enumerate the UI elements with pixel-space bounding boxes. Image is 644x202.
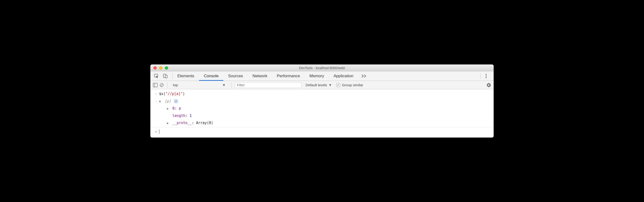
tab-application[interactable]: Application [329,71,358,81]
panel-tabbar: Elements Console Sources Network Perform… [150,71,494,81]
text-cursor [159,130,159,134]
object-key: 0 [172,106,174,111]
group-similar-checkbox[interactable]: ✓ Group similar [336,83,363,87]
expand-arrow-icon[interactable]: ▶ [167,106,170,111]
svg-point-3 [486,74,486,75]
console-prompt-row[interactable]: › [150,127,494,138]
inspect-element-icon[interactable] [154,73,159,79]
console-sidebar-toggle-icon[interactable] [153,83,158,87]
filter-input[interactable] [235,82,301,88]
console-toolbar: top ▼ Default levels ▼ ✓ Group similar [150,81,494,89]
console-tree-row[interactable]: ▶ 0: p [150,105,494,112]
tab-console[interactable]: Console [199,71,223,81]
devtools-window: DevTools - localhost:8080/web/ Elements … [150,64,494,138]
tab-sources[interactable]: Sources [223,71,248,81]
log-level-label: Default levels [306,83,327,87]
window-title: DevTools - localhost:8080/web/ [150,66,494,70]
settings-menu-icon[interactable] [482,74,490,78]
info-icon[interactable]: i [174,99,178,103]
object-value: Array(0) [196,121,213,125]
expand-arrow-icon[interactable]: ▼ [159,99,162,104]
result-summary: [p] [164,99,171,103]
svg-point-5 [486,77,486,78]
console-body: › $x("//p[a]") ‹ ▼ [p] i ▶ 0: p [150,89,494,137]
console-input-echo: $x("//p[a]") [158,91,490,97]
separator [167,82,168,88]
tab-performance[interactable]: Performance [272,71,305,81]
tabbar-left-icons [154,73,173,79]
object-value: 1 [190,114,192,118]
input-indicator-icon: › [154,91,158,97]
log-level-select[interactable]: Default levels ▼ [303,83,334,87]
object-value: p [179,106,181,111]
code-token-string: "//p[a]" [166,92,183,96]
device-toolbar-icon[interactable] [163,73,168,79]
chevron-down-icon: ▼ [222,83,226,87]
console-tree-row[interactable]: length: 1 [150,112,494,120]
tab-memory[interactable]: Memory [305,71,329,81]
context-select[interactable]: top ▼ [171,82,228,88]
group-similar-label: Group similar [342,83,363,87]
separator [231,82,232,88]
tab-network[interactable]: Network [248,71,272,81]
prompt-indicator-icon: › [154,128,158,135]
svg-rect-2 [165,75,167,78]
console-tree-row[interactable]: ▶ __proto__: Array(0) [150,119,494,127]
clear-console-icon[interactable] [160,83,164,87]
checkbox-icon: ✓ [336,83,340,87]
code-token-fn: $x [159,92,164,96]
chevron-down-icon: ▼ [328,83,332,87]
more-tabs-icon[interactable] [358,74,370,78]
console-output-row[interactable]: ‹ ▼ [p] i [150,98,494,105]
titlebar: DevTools - localhost:8080/web/ [150,65,494,71]
svg-line-9 [161,84,163,86]
expand-arrow-icon[interactable]: ▶ [167,121,170,126]
tab-elements[interactable]: Elements [173,71,199,81]
svg-point-4 [486,76,486,76]
svg-rect-6 [153,83,158,87]
output-indicator-icon: ‹ [154,98,158,105]
object-key: __proto__ [172,121,192,125]
context-select-value: top [173,83,178,87]
gear-icon[interactable] [486,83,491,87]
console-input-row: › $x("//p[a]") [150,90,494,98]
object-key: length [172,114,185,118]
